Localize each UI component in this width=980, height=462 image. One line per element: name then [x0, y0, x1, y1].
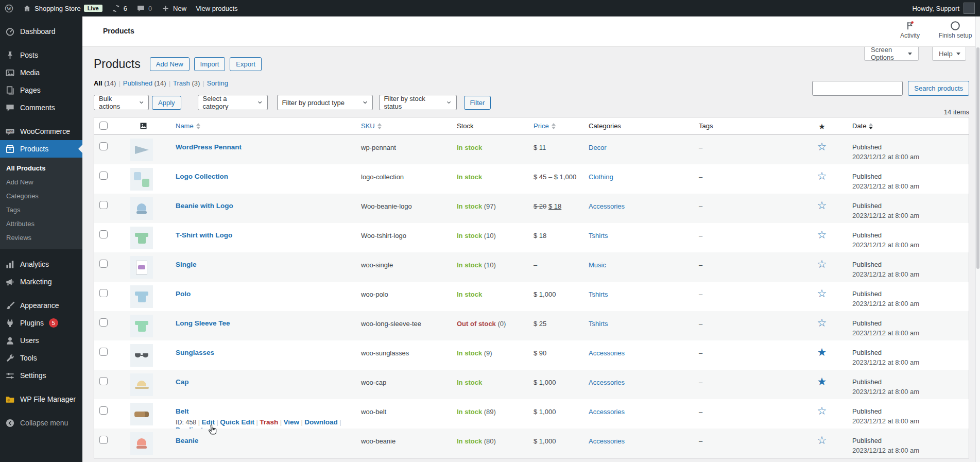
finish-setup-button[interactable]: Finish setup: [935, 21, 976, 39]
product-type-filter-select[interactable]: Filter by product type: [277, 95, 373, 110]
category-link[interactable]: Accessories: [589, 202, 625, 210]
product-thumbnail[interactable]: [130, 373, 153, 396]
product-name-link[interactable]: Polo: [176, 290, 191, 298]
product-thumbnail[interactable]: [130, 315, 153, 337]
activity-button[interactable]: Activity: [889, 21, 931, 39]
row-checkbox[interactable]: [99, 318, 108, 327]
submenu-item-reviews[interactable]: Reviews: [0, 231, 82, 245]
howdy-text[interactable]: Howdy, Support: [912, 5, 959, 12]
category-link[interactable]: Tshirts: [589, 290, 608, 298]
row-checkbox[interactable]: [99, 172, 108, 180]
row-checkbox[interactable]: [99, 260, 108, 268]
view-link-sorting[interactable]: Sorting: [207, 79, 228, 87]
row-checkbox[interactable]: [99, 377, 108, 385]
new-content-menu[interactable]: New: [157, 0, 191, 16]
product-thumbnail[interactable]: [130, 344, 153, 367]
category-link[interactable]: Accessories: [589, 349, 625, 357]
featured-star-outline-icon[interactable]: ☆: [804, 252, 840, 269]
sidebar-item-settings[interactable]: Settings: [0, 367, 82, 384]
sidebar-item-dashboard[interactable]: Dashboard: [0, 23, 82, 40]
sidebar-item-tools[interactable]: Tools: [0, 349, 82, 367]
comments-menu[interactable]: 0: [132, 0, 157, 16]
sidebar-item-posts[interactable]: Posts: [0, 46, 82, 64]
featured-star-outline-icon[interactable]: ☆: [804, 164, 840, 181]
product-thumbnail[interactable]: [130, 403, 153, 425]
product-name-link[interactable]: Beanie with Logo: [176, 202, 233, 210]
product-thumbnail[interactable]: [130, 197, 153, 220]
category-filter-select[interactable]: Select a category: [198, 95, 268, 110]
featured-star-outline-icon[interactable]: ☆: [804, 429, 840, 446]
row-checkbox[interactable]: [99, 230, 108, 238]
product-thumbnail[interactable]: [130, 432, 153, 455]
category-link[interactable]: Decor: [589, 144, 607, 151]
bulk-actions-select[interactable]: Bulk actions: [94, 95, 149, 110]
product-name-link[interactable]: Sunglasses: [176, 349, 214, 356]
sidebar-item-appearance[interactable]: Appearance: [0, 297, 82, 314]
product-name-link[interactable]: WordPress Pennant: [176, 143, 242, 151]
sidebar-item-products[interactable]: Products: [0, 140, 82, 158]
row-action-quick-edit[interactable]: Quick Edit: [220, 418, 254, 426]
sidebar-item-woocommerce[interactable]: WOOWooCommerce: [0, 123, 82, 140]
scrollbar-thumb[interactable]: [976, 47, 979, 269]
featured-star-filled-icon[interactable]: ★: [804, 370, 840, 387]
view-link-all[interactable]: All: [94, 79, 102, 87]
column-header-name[interactable]: Name: [176, 122, 200, 130]
apply-button[interactable]: Apply: [152, 96, 181, 110]
product-name-link[interactable]: Long Sleeve Tee: [176, 319, 230, 327]
sidebar-item-users[interactable]: Users: [0, 332, 82, 349]
product-name-link[interactable]: Logo Collection: [176, 173, 228, 180]
submenu-item-all-products[interactable]: All Products: [0, 161, 82, 175]
site-menu[interactable]: Shopping Store Live: [18, 0, 107, 16]
sidebar-item-wp-file-manager[interactable]: WP File Manager: [0, 390, 82, 408]
screen-options-tab[interactable]: Screen Options: [864, 47, 919, 61]
row-action-trash[interactable]: Trash: [260, 418, 278, 426]
wordpress-logo-icon[interactable]: W: [0, 0, 18, 16]
import-button[interactable]: Import: [194, 57, 226, 71]
product-name-link[interactable]: Belt: [176, 407, 189, 415]
product-name-link[interactable]: Single: [176, 261, 197, 268]
help-tab[interactable]: Help: [932, 47, 966, 61]
product-name-link[interactable]: T-Shirt with Logo: [176, 231, 232, 239]
column-header-price[interactable]: Price: [534, 122, 556, 130]
sidebar-item-comments[interactable]: Comments: [0, 99, 82, 116]
stock-status-filter-select[interactable]: Filter by stock status: [379, 95, 457, 110]
row-checkbox[interactable]: [99, 289, 108, 297]
featured-star-outline-icon[interactable]: ☆: [804, 194, 840, 211]
featured-star-filled-icon[interactable]: ★: [804, 340, 840, 357]
add-new-button[interactable]: Add New: [150, 57, 190, 71]
search-products-button[interactable]: Search products: [908, 81, 969, 96]
featured-star-outline-icon[interactable]: ☆: [804, 311, 840, 328]
row-checkbox[interactable]: [99, 406, 108, 415]
sidebar-item-analytics[interactable]: Analytics: [0, 255, 82, 273]
product-thumbnail[interactable]: [130, 139, 153, 161]
row-checkbox[interactable]: [99, 201, 108, 209]
row-action-view[interactable]: View: [283, 418, 299, 426]
column-header-date[interactable]: Date: [852, 122, 873, 130]
product-thumbnail[interactable]: [130, 168, 153, 191]
featured-star-outline-icon[interactable]: ☆: [804, 223, 840, 240]
featured-star-outline-icon[interactable]: ☆: [804, 399, 840, 416]
view-products-link[interactable]: View products: [191, 0, 242, 16]
category-link[interactable]: Clothing: [589, 173, 613, 181]
submenu-item-categories[interactable]: Categories: [0, 189, 82, 203]
featured-star-outline-icon[interactable]: ☆: [804, 135, 840, 152]
submenu-item-attributes[interactable]: Attributes: [0, 217, 82, 231]
search-input[interactable]: [812, 81, 903, 96]
category-link[interactable]: Accessories: [589, 379, 625, 386]
sidebar-item-media[interactable]: Media: [0, 64, 82, 81]
row-checkbox[interactable]: [99, 436, 108, 444]
row-checkbox[interactable]: [99, 348, 108, 356]
product-thumbnail[interactable]: [130, 227, 153, 249]
category-link[interactable]: Accessories: [589, 408, 625, 416]
sidebar-item-collapse-menu[interactable]: Collapse menu: [0, 414, 82, 432]
column-header-sku[interactable]: SKU: [361, 122, 382, 130]
sidebar-item-pages[interactable]: Pages: [0, 81, 82, 99]
submenu-item-add-new[interactable]: Add New: [0, 175, 82, 189]
row-checkbox[interactable]: [99, 142, 108, 150]
view-link-trash[interactable]: Trash: [173, 79, 190, 87]
sidebar-item-marketing[interactable]: Marketing: [0, 273, 82, 290]
export-button[interactable]: Export: [230, 57, 262, 71]
category-link[interactable]: Music: [589, 261, 606, 269]
user-avatar[interactable]: [964, 3, 975, 14]
product-name-link[interactable]: Beanie: [176, 437, 198, 444]
